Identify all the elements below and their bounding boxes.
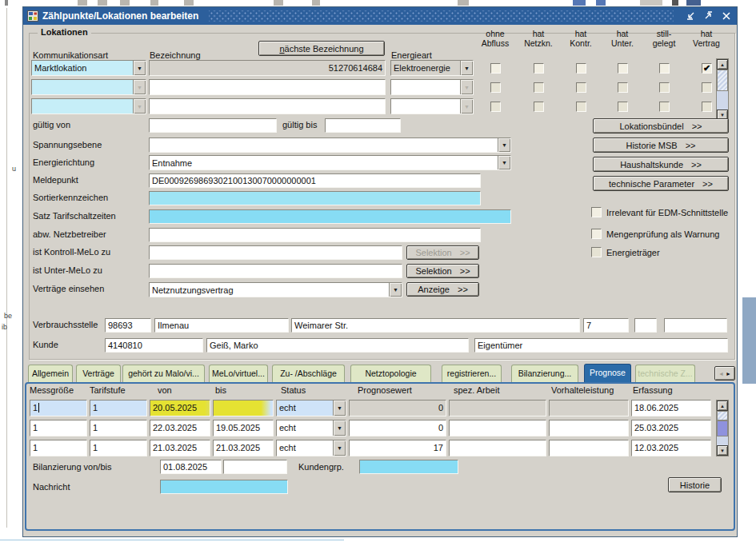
- tarifstufe-cell-row2[interactable]: 1: [90, 420, 147, 436]
- tab-gehoert-zu-malo[interactable]: gehört zu Malo/vi...: [122, 365, 205, 382]
- tab-zu-abschlaege[interactable]: Zu- /Abschläge: [272, 365, 345, 382]
- tab-netztopologie[interactable]: Netztopologie: [350, 365, 431, 382]
- energierichtung-select[interactable]: Entnahme ▼: [149, 155, 511, 170]
- anzeige-button[interactable]: Anzeige>>: [406, 282, 479, 297]
- checkbox-hat-netzkn-row2[interactable]: [534, 82, 544, 93]
- messgroesse-cell-row1[interactable]: 1: [30, 400, 87, 416]
- abw-netzbetreiber-field[interactable]: [149, 228, 481, 242]
- bezeichnung-field-row3[interactable]: [149, 98, 386, 114]
- dropdown-arrow-icon[interactable]: ▼: [333, 401, 346, 416]
- spannungsebene-select[interactable]: ▼: [149, 137, 511, 153]
- dropdown-arrow-icon[interactable]: ▼: [133, 80, 146, 94]
- verbrauchsstelle-ort-field[interactable]: Ilmenau: [154, 318, 289, 333]
- scrollbar-thumb[interactable]: [717, 420, 728, 436]
- kommunikationsart-select-row2[interactable]: ▼: [31, 79, 146, 95]
- window-titlebar[interactable]: Zählpunkte/Lokationen bearbeiten: [23, 7, 737, 25]
- kunde-rolle-field[interactable]: Eigentümer: [474, 338, 728, 353]
- bezeichnung-field-row1[interactable]: 51270614684: [149, 60, 386, 76]
- sortierkennzeichen-field[interactable]: [149, 191, 481, 205]
- energieart-select-row3[interactable]: ▼: [390, 98, 474, 114]
- lokationsbuendel-button[interactable]: Lokationsbündel>>: [593, 118, 729, 134]
- tab-scroll-button[interactable]: ◄ ►: [714, 366, 735, 381]
- checkbox-hat-unter-row2[interactable]: [618, 82, 628, 93]
- status-select-row1[interactable]: echt ▼: [276, 400, 346, 416]
- lokationen-scrollbar[interactable]: ▲ ▼: [716, 58, 729, 121]
- bis-cell-row3[interactable]: 21.03.2025: [213, 440, 274, 456]
- tarifstufe-cell-row3[interactable]: 1: [90, 440, 147, 456]
- ist-unter-melo-field[interactable]: [149, 264, 402, 278]
- bis-cell-row2[interactable]: 19.05.2025: [213, 420, 274, 436]
- verbrauchsstelle-zusatz1-field[interactable]: [634, 318, 657, 333]
- dropdown-arrow-icon[interactable]: ▼: [498, 156, 510, 169]
- kommunikationsart-select-row3[interactable]: ▼: [31, 98, 146, 114]
- nachricht-field[interactable]: [160, 480, 288, 494]
- historie-msb-button[interactable]: Historie MSB>>: [593, 137, 729, 153]
- scrollbar-track-hatch[interactable]: [717, 411, 728, 420]
- prognose-table-scrollbar[interactable]: ▲ ▼: [716, 400, 729, 456]
- kunde-name-field[interactable]: Geiß, Marko: [206, 338, 469, 353]
- checkbox-hat-vertrag-row3[interactable]: [702, 102, 712, 112]
- dropdown-arrow-icon[interactable]: ▼: [133, 61, 146, 75]
- checkbox-irrelevant-edm[interactable]: [591, 207, 602, 217]
- erfassung-cell-row1[interactable]: 18.06.2025: [631, 400, 711, 416]
- dropdown-arrow-icon[interactable]: ▼: [333, 440, 346, 456]
- vertraege-einsehen-select[interactable]: Netznutzungsvertrag ▼: [149, 282, 402, 297]
- checkbox-stillgelegt-row2[interactable]: [659, 82, 670, 93]
- close-icon[interactable]: [719, 10, 733, 22]
- tab-allgemein[interactable]: Allgemein: [28, 365, 73, 382]
- bis-cell-row1[interactable]: [213, 400, 274, 416]
- checkbox-hat-netzkn-row3[interactable]: [534, 102, 544, 112]
- dropdown-arrow-icon[interactable]: ▼: [333, 420, 346, 436]
- messgroesse-cell-row2[interactable]: 1: [30, 420, 87, 436]
- dropdown-arrow-icon[interactable]: ▼: [498, 138, 510, 152]
- naechste-bezeichnung-button[interactable]: nächste Bezeichnung: [258, 41, 385, 56]
- ist-kontroll-melo-field[interactable]: [149, 245, 402, 260]
- historie-button[interactable]: Historie: [668, 477, 722, 492]
- verbrauchsstelle-hausnr-field[interactable]: 7: [583, 318, 629, 333]
- tab-bilanzierung[interactable]: Bilanzierung...: [511, 365, 578, 382]
- bilanzierung-bis-field[interactable]: [223, 460, 287, 474]
- erfassung-cell-row2[interactable]: 25.03.2025: [631, 420, 711, 436]
- haushaltskunde-button[interactable]: Haushaltskunde>>: [593, 157, 729, 172]
- verbrauchsstelle-zusatz2-field[interactable]: [664, 318, 727, 333]
- gueltig-bis-field[interactable]: [325, 118, 401, 133]
- minimize-icon[interactable]: [684, 10, 698, 22]
- status-select-row2[interactable]: echt ▼: [276, 420, 346, 436]
- verbrauchsstelle-strasse-field[interactable]: Weimarer Str.: [291, 318, 580, 333]
- tab-vertraege[interactable]: Verträge: [76, 365, 121, 382]
- bezeichnung-field-row2[interactable]: [149, 79, 386, 95]
- verbrauchsstelle-nr-field[interactable]: 98693: [105, 318, 151, 333]
- scrollbar-thumb[interactable]: [717, 70, 728, 91]
- checkbox-ohne-abfluss-row3[interactable]: [490, 102, 501, 112]
- checkbox-hat-kontr-row3[interactable]: [576, 102, 586, 112]
- checkbox-hat-vertrag-row1[interactable]: ✔: [702, 63, 712, 74]
- technische-parameter-button[interactable]: technische Parameter>>: [593, 176, 729, 191]
- checkbox-ohne-abfluss-row2[interactable]: [490, 82, 501, 93]
- checkbox-stillgelegt-row1[interactable]: [659, 63, 670, 74]
- scroll-up-icon[interactable]: ▲: [717, 59, 728, 70]
- prognosewert-cell-row3[interactable]: 17: [349, 440, 446, 456]
- energieart-select-row2[interactable]: ▼: [390, 79, 474, 95]
- von-cell-row3[interactable]: 21.03.2025: [150, 440, 210, 456]
- selektion-unter-button[interactable]: Selektion>>: [406, 264, 479, 278]
- von-cell-row2[interactable]: 22.03.2025: [150, 420, 210, 436]
- spez-arbeit-cell-row2[interactable]: [449, 420, 546, 436]
- gueltig-von-field[interactable]: [149, 118, 277, 133]
- checkbox-mengenpruefung[interactable]: [591, 229, 602, 239]
- erfassung-cell-row3[interactable]: 12.03.2025: [631, 440, 711, 456]
- dropdown-arrow-icon[interactable]: ▼: [460, 61, 473, 75]
- satz-tarifschaltzeiten-field[interactable]: [149, 209, 511, 224]
- restore-icon[interactable]: [702, 10, 715, 22]
- tarifstufe-cell-row1[interactable]: 1: [90, 400, 147, 416]
- spez-arbeit-cell-row3[interactable]: [449, 440, 546, 456]
- messgroesse-cell-row3[interactable]: 1: [30, 440, 87, 456]
- bilanzierung-von-field[interactable]: 01.08.2025: [160, 460, 222, 474]
- von-cell-row1[interactable]: 20.05.2025: [150, 400, 210, 416]
- dropdown-arrow-icon[interactable]: ▼: [460, 99, 473, 114]
- kundengrp-field[interactable]: [359, 460, 458, 474]
- prognosewert-cell-row2[interactable]: 0: [349, 420, 446, 436]
- checkbox-stillgelegt-row3[interactable]: [659, 102, 670, 112]
- checkbox-energietraeger[interactable]: [591, 247, 602, 257]
- meldepunkt-field[interactable]: DE0009269869302100130070000000001: [149, 173, 481, 188]
- tab-registrieren[interactable]: registrieren...: [442, 365, 502, 382]
